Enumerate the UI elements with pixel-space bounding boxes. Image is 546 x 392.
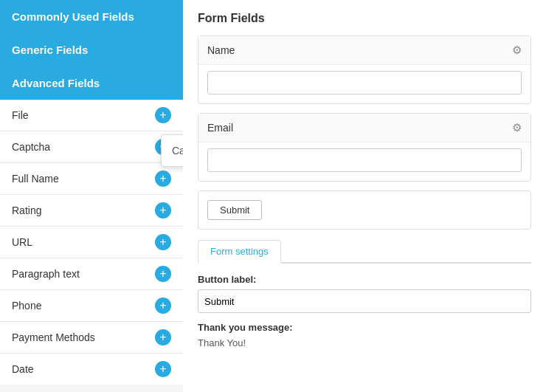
tab-form-settings[interactable]: Form settings: [198, 240, 281, 264]
name-field-gear-icon[interactable]: ⚙: [512, 44, 522, 57]
thankyou-heading: Thank you message:: [198, 322, 531, 333]
email-field-label: Email: [207, 122, 233, 134]
add-field-fullname-button[interactable]: +: [155, 171, 171, 187]
list-item: File +: [0, 100, 183, 131]
list-item: Rating +: [0, 195, 183, 227]
field-label-payment: Payment Methods: [12, 331, 95, 343]
field-label-fullname: Full Name: [12, 173, 59, 185]
button-label-input[interactable]: [198, 289, 531, 313]
submit-button[interactable]: Submit: [207, 200, 262, 220]
name-field-label: Name: [207, 44, 235, 56]
email-field-gear-icon[interactable]: ⚙: [512, 121, 522, 134]
list-item: Payment Methods +: [0, 322, 183, 354]
sidebar: Commonly Used Fields Generic Fields Adva…: [0, 0, 183, 392]
list-item: Paragraph text +: [0, 258, 183, 290]
sidebar-section-generic[interactable]: Generic Fields: [0, 33, 183, 66]
list-item: URL +: [0, 227, 183, 258]
field-label-captcha: Captcha: [12, 141, 50, 153]
email-field-input-area: [198, 142, 531, 181]
add-field-file-button[interactable]: +: [155, 107, 171, 123]
field-label-file: File: [12, 109, 29, 121]
add-field-rating-button[interactable]: +: [155, 202, 171, 219]
form-submit-area: Submit: [198, 190, 531, 230]
email-field-input[interactable]: [207, 148, 522, 172]
add-field-date-button[interactable]: +: [155, 361, 171, 377]
list-item: Date +: [0, 354, 183, 385]
field-label-url: URL: [12, 236, 32, 248]
button-label-heading: Button label:: [198, 274, 531, 285]
settings-tabs: Form settings: [198, 240, 531, 264]
email-field-block: Email ⚙: [198, 113, 531, 182]
sidebar-section-advanced[interactable]: Advanced Fields: [0, 66, 183, 100]
field-label-phone: Phone: [12, 300, 41, 312]
add-field-url-button[interactable]: +: [155, 234, 171, 250]
name-field-block: Name ⚙: [198, 35, 531, 104]
field-label-paragraph: Paragraph text: [12, 268, 80, 280]
name-field-input[interactable]: [207, 71, 522, 94]
add-field-phone-button[interactable]: +: [155, 298, 171, 314]
sidebar-section-commonly-used[interactable]: Commonly Used Fields: [0, 0, 183, 33]
captcha-popover: Captcha +: [161, 134, 183, 167]
thankyou-value: Thank You!: [198, 337, 531, 348]
name-field-input-area: [198, 65, 531, 103]
field-label-rating: Rating: [12, 204, 41, 216]
add-field-paragraph-button[interactable]: +: [155, 266, 171, 282]
name-field-header: Name ⚙: [198, 36, 531, 65]
advanced-items-list: File + Captcha + Captcha + ☛ Full Name +…: [0, 100, 183, 385]
popover-label: Captcha: [172, 145, 183, 157]
field-label-date: Date: [12, 363, 34, 375]
main-content: Form Fields Name ⚙ Email ⚙ Submit Form s…: [183, 0, 546, 392]
add-field-payment-button[interactable]: +: [155, 329, 171, 345]
email-field-header: Email ⚙: [198, 114, 531, 142]
list-item: Phone +: [0, 290, 183, 322]
list-item: Captcha + Captcha + ☛: [0, 131, 183, 163]
form-fields-title: Form Fields: [198, 12, 531, 25]
list-item: Full Name +: [0, 163, 183, 195]
